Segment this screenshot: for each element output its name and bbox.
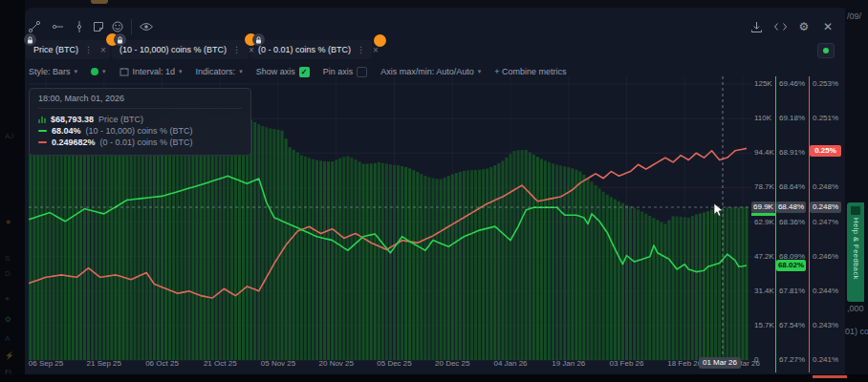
code-icon[interactable] [770, 17, 790, 36]
chip-menu-icon[interactable]: ⋮ [82, 45, 95, 54]
show-axis-toggle[interactable]: Show axis✓ [256, 67, 310, 77]
chip-menu-icon[interactable]: ⋮ [355, 45, 367, 54]
tooltip-row: 68.04%(10 - 10,000) coins % (BTC) [38, 125, 242, 137]
axis-maxmin-dropdown[interactable]: Axis max/min: Auto/Auto▾ [380, 67, 481, 76]
sidebar-glyph: A [5, 334, 10, 343]
axis-label: 125K [754, 79, 772, 88]
chip-menu-icon[interactable]: ⋮ [230, 45, 243, 54]
screenshot-button[interactable] [817, 43, 835, 58]
toolbar-divider [131, 19, 132, 34]
axis-label: 67.27% [779, 355, 805, 364]
axis-label: 94.4K [754, 148, 774, 157]
green-dot-icon [823, 48, 829, 53]
notification-badge[interactable] [374, 34, 386, 47]
axis-label: 69.9K [751, 202, 775, 213]
series-chip[interactable]: (0 - 0.01) coins % (BTC)⋮× [250, 40, 372, 59]
sidebar-glyph: S [5, 254, 10, 263]
close-icon[interactable]: ✕ [818, 17, 837, 36]
axis-label: 0.25% [810, 145, 841, 157]
date-tick-label: 20 Nov 25 [319, 359, 354, 368]
vertical-line-tool-icon[interactable] [70, 17, 89, 36]
note-tool-icon[interactable] [89, 17, 108, 36]
sidebar-glyph: AJ [5, 132, 13, 140]
axis-label: 62.9K [754, 218, 774, 226]
date-tick-label: 05 Dec 25 [377, 359, 411, 368]
date-tick-label: 19 Jan 26 [552, 359, 585, 368]
series-chip-label: Price (BTC) [33, 45, 78, 54]
help-ribbon-label: Help & Feedback [852, 218, 860, 280]
gear-icon[interactable]: ⚙ [794, 17, 814, 36]
pin-axis-toggle[interactable]: Pin axis [323, 67, 368, 77]
tooltip-swatch-icon [38, 130, 47, 132]
axis-label: 69.46% [779, 79, 805, 88]
help-feedback-ribbon[interactable]: Help & Feedback [847, 202, 864, 302]
axis-maxmin-label: Axis max/min: Auto/Auto [380, 67, 474, 76]
lock-icon [252, 33, 265, 46]
chip-close-icon[interactable]: × [98, 45, 108, 55]
app-screen: AJ★SD●✿A⚡Fi ⚙ ✕ Price (BTC)⋮×(10 - 10,00… [0, 0, 868, 382]
date-tick-label: 21 Sep 25 [87, 359, 121, 368]
style-dropdown-label: Style: Bars [29, 67, 71, 76]
sidebar-glyph: ● [5, 294, 10, 303]
sidebar-glyph: ⚡ [5, 351, 14, 360]
calendar-icon [119, 67, 129, 76]
axis-label: 0.243% [813, 321, 838, 329]
lock-icon [114, 33, 126, 46]
chevron-down-icon: ▾ [239, 68, 243, 75]
pin-axis-checkbox[interactable] [357, 67, 367, 77]
series-chip[interactable]: Price (BTC)⋮× [26, 40, 110, 59]
tooltip-swatch-icon [38, 141, 47, 143]
tooltip-swatch-icon [38, 116, 46, 123]
help-icon [851, 206, 860, 215]
axis-label: 69.18% [779, 114, 805, 122]
axis-label: 68.36% [779, 218, 805, 226]
interval-dropdown[interactable]: Interval: 1d▾ [119, 67, 183, 76]
axis-label: 68.48% [776, 202, 806, 213]
date-tick-label: 06 Sep 25 [29, 359, 63, 368]
axis-label: 0.248% [813, 182, 838, 191]
axis-label: 68.64% [779, 182, 805, 191]
background-red-strip [813, 375, 847, 378]
green-axis-spine[interactable] [775, 76, 776, 372]
chevron-down-icon: ▾ [478, 68, 482, 75]
red-axis-spine[interactable] [809, 76, 810, 372]
series-chip[interactable]: (10 - 10,000) coins % (BTC)⋮× [112, 40, 249, 59]
horizontal-ray-tool-icon[interactable] [48, 17, 67, 36]
background-sidebar: AJ★SD●✿A⚡Fi [0, 0, 25, 382]
eye-icon[interactable] [137, 17, 156, 36]
chevron-down-icon: ▾ [179, 68, 183, 75]
sidebar-glyph: ★ [5, 218, 11, 226]
crosshair-date-label: 01 Mar 26 [699, 357, 741, 369]
date-tick-label: 03 Feb 26 [609, 359, 643, 368]
axis-label: 0.241% [813, 355, 838, 364]
color-dropdown[interactable]: ▾ [91, 68, 106, 75]
indicators-dropdown[interactable]: Indicators:▾ [196, 67, 243, 76]
axis-label: 0.246% [813, 252, 838, 261]
combine-metrics-button[interactable]: + Combine metrics [494, 67, 566, 76]
chevron-down-icon: ▾ [102, 68, 106, 75]
axis-label: 67.54% [779, 321, 805, 329]
axis-label: 68.02% [776, 260, 806, 271]
sidebar-glyph: ✿ [5, 315, 11, 324]
tooltip-label: (10 - 10,000) coins % (BTC) [86, 126, 193, 136]
date-tick-label: 20 Dec 25 [435, 359, 469, 368]
date-tick-label: 21 Oct 25 [204, 359, 237, 368]
download-icon[interactable] [747, 17, 766, 36]
axis-label: 68.91% [779, 148, 805, 157]
bottom-bar [0, 374, 868, 382]
crosshair-tooltip: 18:00, March 01, 2026 $68,793.38Price (B… [29, 88, 251, 156]
axis-label: 0.248% [810, 202, 841, 213]
show-axis-checkbox[interactable]: ✓ [299, 67, 310, 77]
style-dropdown[interactable]: Style: Bars▾ [29, 67, 77, 76]
date-tick-label: 06 Oct 25 [145, 359, 179, 368]
date-tick-label: 18 Feb 26 [667, 359, 702, 368]
series-chip-label: (10 - 10,000) coins % (BTC) [119, 45, 227, 54]
axis-label: 78.7K [754, 182, 774, 191]
axis-label: 0.253% [813, 79, 838, 88]
tooltip-label: (0 - 0.01) coins % (BTC) [100, 138, 193, 147]
axis-label: 67.81% [779, 286, 805, 295]
series-color-dot [91, 68, 98, 75]
date-tick-label: 04 Jan 26 [493, 359, 527, 368]
tooltip-value: 68.04% [52, 126, 81, 136]
indicators-label: Indicators: [196, 67, 236, 76]
